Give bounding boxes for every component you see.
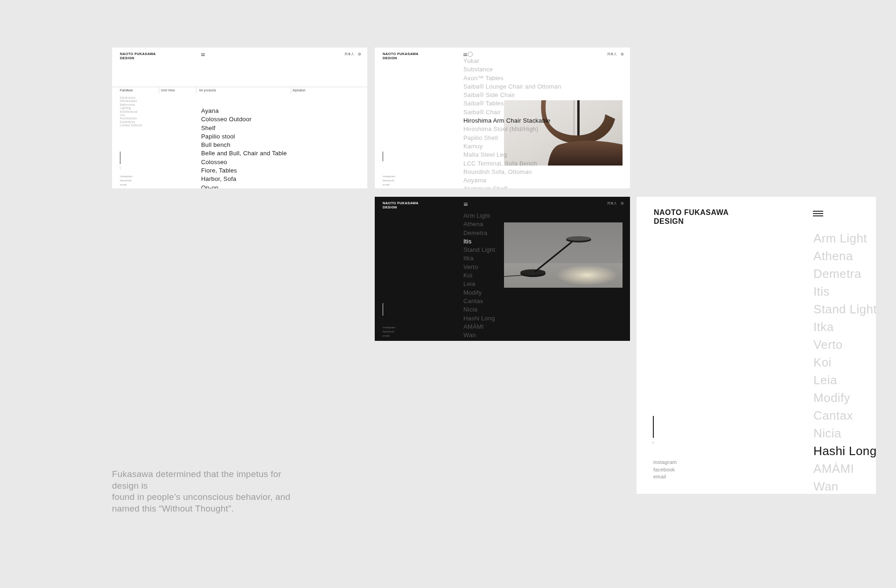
social-link[interactable]: instagram — [383, 325, 395, 330]
product-link[interactable]: Aluminum Shelf — [463, 185, 561, 188]
product-link[interactable]: Hashi Long — [813, 442, 876, 460]
menu-icon[interactable] — [463, 53, 467, 56]
product-link[interactable]: Saiba® Chair — [463, 108, 561, 117]
site-logo[interactable]: NAOTO FUKASAWA DESIGN — [654, 208, 728, 226]
gear-icon[interactable]: ⚙ — [621, 202, 624, 206]
product-link[interactable]: Stand Light — [813, 300, 876, 318]
product-link[interactable]: Koi — [813, 353, 876, 371]
product-list: Arm LightAthenaDemetraItisStand LightItk… — [463, 212, 495, 339]
product-link[interactable]: Aoyama — [463, 176, 561, 185]
category-item[interactable]: Bathrooms — [120, 103, 142, 106]
social-link[interactable]: email — [383, 334, 395, 338]
social-link[interactable]: instagram — [120, 174, 133, 179]
product-link[interactable]: Kamuy — [463, 142, 561, 151]
product-link[interactable]: Cantax — [463, 297, 495, 305]
product-link[interactable]: Leia — [813, 371, 876, 389]
category-item[interactable]: Electronics — [120, 96, 142, 99]
site-logo[interactable]: NAOTO FUKASAWA DESIGN — [383, 201, 419, 209]
product-link[interactable]: Itis — [813, 283, 876, 300]
product-link[interactable]: Nicia — [463, 305, 495, 314]
product-link[interactable]: Modify — [463, 289, 495, 297]
gear-icon[interactable]: ⚙ — [621, 53, 624, 56]
text-cursor-tail — [120, 166, 120, 169]
product-link[interactable]: Malta Steel Leg — [463, 151, 561, 159]
menu-icon[interactable] — [813, 211, 823, 216]
category-item[interactable]: Lighting — [120, 106, 142, 110]
product-link[interactable]: Colosseo Outdoor — [201, 115, 287, 124]
menu-icon[interactable] — [201, 53, 205, 56]
product-link[interactable]: Itka — [463, 254, 495, 263]
product-link[interactable]: Athena — [463, 220, 495, 228]
product-link[interactable]: Harbor, Sofa — [201, 175, 287, 183]
product-link[interactable]: Substance — [463, 65, 561, 74]
product-link[interactable]: Ayana — [201, 107, 287, 115]
gear-icon[interactable]: ⚙ — [358, 53, 361, 56]
category-item[interactable]: Exhibitions — [120, 120, 142, 124]
product-link[interactable]: AMÀMI — [813, 460, 876, 477]
product-link[interactable]: Belle and Bull, Chair and Table — [201, 149, 287, 158]
product-link[interactable]: On-on — [201, 184, 287, 188]
social-link[interactable]: email — [120, 183, 133, 187]
browser-panel-furniture-index: NAOTO FUKASAWA DESIGN 日本人 ⚙ Furniture Gr… — [112, 48, 367, 188]
nav-product-count: 64 products — [199, 89, 216, 92]
product-link[interactable]: LCC Terminal, Sofa Bench — [463, 159, 561, 168]
text-cursor-tail — [653, 441, 653, 444]
product-link[interactable]: Papilio Shell — [463, 134, 561, 142]
product-link[interactable]: Wan — [463, 331, 495, 339]
product-link[interactable]: Verto — [813, 336, 876, 353]
language-toggle[interactable]: 日本人 — [607, 201, 617, 206]
product-link[interactable]: Saiba® Lounge Chair and Ottoman — [463, 83, 561, 91]
category-item[interactable]: Kitchenware — [120, 99, 142, 103]
product-link[interactable]: Stand Light — [463, 246, 495, 254]
category-list: ElectronicsKitchenwareBathroomsLightingA… — [120, 96, 142, 127]
category-item[interactable]: Car — [120, 113, 142, 117]
product-link[interactable]: Arm Light — [813, 229, 876, 247]
category-item[interactable]: Architectural — [120, 110, 142, 113]
category-item[interactable]: Limited Editions — [120, 124, 142, 127]
menu-icon[interactable] — [464, 203, 468, 206]
product-link[interactable]: Yukar — [463, 57, 561, 65]
product-link[interactable]: Leia — [463, 280, 495, 288]
product-link[interactable]: Fiore, Tables — [201, 166, 287, 175]
site-logo[interactable]: NAOTO FUKASAWA DESIGN — [120, 52, 156, 60]
language-toggle[interactable]: 日本人 — [344, 52, 354, 56]
social-link[interactable]: facebook — [120, 179, 133, 183]
social-link[interactable]: instagram — [383, 174, 395, 179]
product-link[interactable]: Papilio stool — [201, 132, 287, 141]
product-link[interactable]: Arm Light — [463, 212, 495, 220]
nav-category-furniture[interactable]: Furniture — [120, 89, 133, 92]
product-link[interactable]: Colosseo — [201, 158, 287, 166]
product-link[interactable]: Koi — [463, 271, 495, 280]
product-link[interactable]: Demetra — [463, 229, 495, 237]
site-logo[interactable]: NAOTO FUKASAWA DESIGN — [383, 52, 419, 60]
product-link[interactable]: Modify — [813, 389, 876, 407]
product-link[interactable]: Shelf — [201, 124, 287, 132]
social-link[interactable]: instagram — [653, 459, 677, 466]
product-link[interactable]: Nicia — [813, 424, 876, 442]
social-link[interactable]: email — [383, 183, 395, 187]
product-link[interactable]: Itis — [463, 237, 495, 246]
product-link[interactable]: AMÀMI — [463, 323, 495, 331]
product-link[interactable]: Roundish Sofa, Ottoman — [463, 168, 561, 176]
product-link[interactable]: Saiba® Tables — [463, 99, 561, 108]
nav-sort-alphabet[interactable]: Alphabet — [293, 89, 305, 92]
product-link[interactable]: Saiba® Side Chair — [463, 91, 561, 99]
nav-grid-view[interactable]: Grid View — [161, 89, 175, 92]
language-toggle[interactable]: 日本人 — [607, 52, 617, 56]
category-item[interactable]: Accessories — [120, 117, 142, 120]
product-link[interactable]: Verto — [463, 263, 495, 271]
product-link[interactable]: Hashi Long — [463, 314, 495, 323]
social-link[interactable]: email — [653, 473, 677, 481]
product-link[interactable]: Demetra — [813, 265, 876, 283]
social-link[interactable]: facebook — [383, 330, 395, 334]
social-link[interactable]: facebook — [653, 466, 677, 474]
product-link[interactable]: Cantax — [813, 407, 876, 424]
product-link[interactable]: Wan — [813, 477, 876, 494]
social-link[interactable]: facebook — [383, 179, 395, 183]
product-link[interactable]: Axon™ Tables — [463, 74, 561, 83]
product-link[interactable]: Hiroshima Stool (Mid/High) — [463, 125, 561, 133]
product-link[interactable]: Bull bench — [201, 141, 287, 149]
product-link[interactable]: Itka — [813, 318, 876, 336]
product-link[interactable]: Hiroshima Arm Chair Stackable — [463, 117, 561, 125]
product-link[interactable]: Athena — [813, 247, 876, 265]
